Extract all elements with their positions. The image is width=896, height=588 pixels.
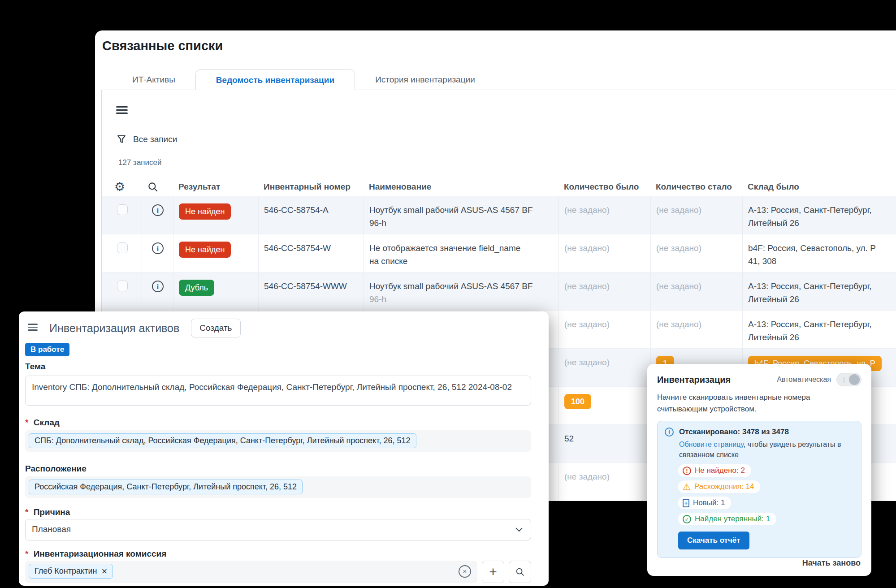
qty-value: (не задано) [564, 358, 610, 367]
cell-name: Ноутбук small рабочий ASUS-AS 4567 BF96-… [364, 196, 558, 234]
qty-value: (не задано) [656, 320, 701, 329]
cell-checkbox [102, 234, 142, 272]
warehouse-chip: СПБ: Дополнительный склад, Российская Фе… [29, 433, 416, 448]
stat-pills: ! Не найдено: 2 ⚠ Расхождения: 14 + Новы… [678, 464, 854, 525]
cell-qty-was: (не задано) [558, 272, 650, 310]
subject-input[interactable]: Inventory СПБ: Дополнительный склад, Рос… [25, 376, 531, 406]
remove-chip-icon[interactable]: × [101, 567, 107, 575]
qty-value: (не задано) [656, 243, 701, 253]
table-row: iНе найден546-CC-58754-WНе отображается … [102, 234, 896, 272]
cell-qty-now: (не задано) [650, 234, 742, 272]
info-icon: i [665, 428, 674, 437]
auto-toggle[interactable] [836, 373, 861, 386]
cell-qty-now: (не задано) [650, 272, 742, 310]
cell-result: Не найден [173, 196, 258, 234]
form-menu-icon[interactable] [28, 324, 38, 333]
warehouse-line: А-13: Россия, Санкт-Петербург, [748, 203, 892, 216]
tab-inventory-history[interactable]: История инвентаризации [355, 69, 495, 90]
gear-icon[interactable]: ⚙ [114, 180, 125, 194]
warehouse-field[interactable]: СПБ: Дополнительный склад, Российская Фе… [25, 430, 531, 452]
location-field[interactable]: Российская Федерация, Санкт-Петербург, Л… [25, 476, 531, 498]
commission-field[interactable]: Глеб Контрактин × × [25, 561, 477, 583]
stat-pill-found-lost: ✓ Найден утерянный: 1 [678, 513, 776, 525]
cell-name: Ноутбук small рабочий ASUS-AS 4567 BF96-… [364, 272, 558, 310]
cell-warehouse: А-13: Россия, Санкт-Петербург,Литейный 2… [742, 311, 896, 348]
qty-value: 52 [564, 434, 574, 443]
column-qty-now[interactable]: Количество стало [650, 182, 742, 192]
warehouse-line: b4F: Россия, Севастополь, ул. Р [748, 242, 892, 255]
column-warehouse-was[interactable]: Склад было [742, 182, 896, 192]
warehouse-line: А-13: Россия, Санкт-Петербург, [748, 318, 892, 331]
qty-value: (не задано) [564, 243, 610, 253]
tab-it-assets[interactable]: ИТ-Активы [112, 69, 195, 90]
cell-qty-was: (не задано) [558, 463, 650, 501]
info-icon[interactable]: i [152, 242, 164, 254]
row-checkbox[interactable] [117, 281, 128, 291]
table-row: iДубль546-CC-58754-WWWНоутбук small рабо… [102, 272, 896, 311]
cell-warehouse: А-13: Россия, Санкт-Петербург,Литейный 2… [742, 272, 896, 310]
scan-popup-body: Инвентаризация Автоматическая Начните ск… [647, 364, 871, 576]
info-icon[interactable]: i [152, 204, 164, 216]
page-title: Связанные списки [102, 39, 223, 53]
reason-value: Плановая [32, 524, 71, 534]
cell-qty-was: (не задано) [558, 311, 650, 348]
subject-label: Тема [25, 362, 45, 372]
scanned-row: i Отсканировано: 3478 из 3478 [665, 428, 854, 437]
warehouse-line: Литейный 26 [748, 331, 892, 344]
warning-triangle-icon: ⚠ [683, 482, 691, 491]
form-title: Инвентаризация активов [49, 322, 179, 335]
column-result[interactable]: Результат [173, 182, 258, 192]
cell-warehouse: b4F: Россия, Севастополь, ул. Р41, 308 [742, 234, 896, 272]
cell-info: i [142, 196, 173, 234]
search-icon[interactable] [147, 181, 159, 193]
column-name[interactable]: Наименование [364, 182, 558, 192]
chevron-down-icon [515, 527, 523, 532]
column-qty-was[interactable]: Количество было [558, 182, 650, 192]
cell-inventory-num: 546-CC-58754-A [258, 196, 364, 234]
lookup-button[interactable] [509, 561, 531, 583]
refresh-link[interactable]: Обновите страницу [679, 441, 744, 448]
cell-warehouse: А-13: Россия, Санкт-Петербург,Литейный 2… [742, 196, 896, 234]
download-report-button[interactable]: Скачать отчёт [678, 532, 749, 549]
stat-label: Найден утерянный: 1 [695, 514, 770, 523]
commission-row: Глеб Контрактин × × + [25, 561, 531, 583]
cell-qty-was: (не задано) [558, 349, 650, 386]
warehouse-label: * Склад [25, 418, 60, 428]
stat-label: Не найдено: 2 [695, 466, 745, 475]
required-asterisk: * [25, 507, 28, 517]
qty-value: (не задано) [564, 281, 610, 291]
name-line: Не отображается значение field_name [369, 242, 555, 255]
reason-select[interactable]: Плановая [25, 519, 531, 540]
result-badge: Дубль [179, 280, 214, 296]
cell-qty-was: (не задано) [558, 234, 650, 272]
stat-label: Расхождения: 14 [694, 482, 754, 491]
info-icon[interactable]: i [152, 281, 164, 292]
asset-form-panel: Инвентаризация активов Создать В работе … [19, 311, 549, 586]
row-checkbox[interactable] [117, 204, 128, 215]
commission-chip: Глеб Контрактин × [29, 564, 113, 579]
clear-field-icon[interactable]: × [459, 565, 471, 578]
stat-pill-not-found: ! Не найдено: 2 [678, 464, 751, 477]
add-button[interactable]: + [482, 561, 504, 583]
name-line: Ноутбук small рабочий ASUS-AS 4567 BF [369, 203, 555, 216]
name-line: Ноутбук small рабочий ASUS-AS 4567 BF [369, 280, 555, 293]
restart-link[interactable]: Начать заново [802, 558, 861, 568]
filter-control[interactable]: Все записи [116, 134, 177, 145]
qty-value: (не задано) [564, 320, 610, 329]
column-inventory-num[interactable]: Инвентарный номер [258, 182, 364, 192]
funnel-icon [116, 134, 127, 145]
create-button[interactable]: Создать [191, 319, 240, 337]
stat-pill-discrepancy: ⚠ Расхождения: 14 [678, 480, 760, 493]
document-plus-icon: + [683, 499, 689, 507]
reason-label: * Причина [25, 507, 70, 517]
qty-value: (не задано) [564, 472, 610, 481]
scan-result-box: i Отсканировано: 3478 из 3478 Обновите с… [657, 421, 861, 558]
row-checkbox[interactable] [117, 242, 128, 253]
name-line: 96-h [369, 216, 555, 229]
cell-qty-was: 100 [558, 387, 650, 424]
name-line: на списке [369, 255, 555, 268]
form-header: Инвентаризация активов Создать [19, 311, 549, 337]
list-menu-icon[interactable] [116, 106, 128, 116]
tab-inventory-sheet[interactable]: Ведомость инвентаризации [195, 69, 355, 90]
cell-result: Дубль [173, 272, 258, 310]
